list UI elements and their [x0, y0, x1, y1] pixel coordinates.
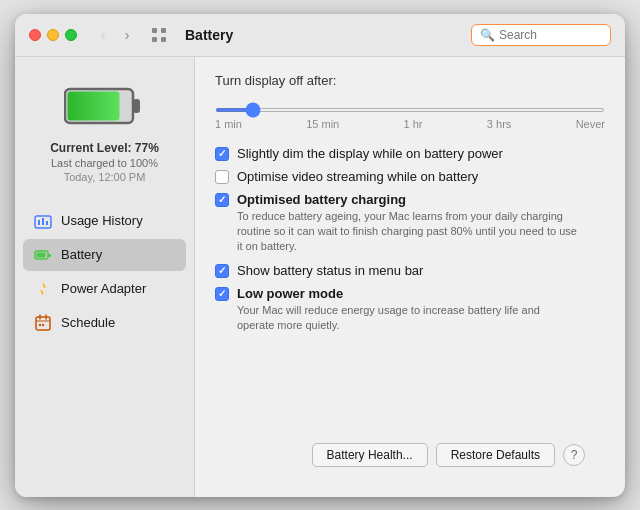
- option-label-charging: Optimised battery charging: [237, 192, 577, 207]
- slider-mark-never: Never: [576, 118, 605, 130]
- svg-rect-5: [133, 99, 140, 113]
- svg-point-20: [42, 323, 44, 325]
- option-text-video: Optimise video streaming while on batter…: [237, 169, 478, 184]
- slider-section: Turn display off after: 1 min 15 min 1 h…: [215, 73, 605, 130]
- option-label-video: Optimise video streaming while on batter…: [237, 169, 478, 184]
- search-box[interactable]: 🔍: [471, 24, 611, 46]
- sidebar-item-label: Usage History: [61, 213, 143, 228]
- svg-rect-13: [37, 252, 46, 257]
- maximize-button[interactable]: [65, 29, 77, 41]
- svg-rect-3: [161, 37, 166, 42]
- sidebar-item-label: Battery: [61, 247, 102, 262]
- battery-icon: [64, 85, 142, 127]
- battery-nav-icon: [33, 245, 53, 265]
- options-list: Slightly dim the display while on batter…: [215, 146, 605, 334]
- slider-mark-1min: 1 min: [215, 118, 242, 130]
- battery-health-button[interactable]: Battery Health...: [312, 443, 428, 467]
- search-icon: 🔍: [480, 28, 495, 42]
- slider-label: Turn display off after:: [215, 73, 605, 88]
- svg-rect-15: [36, 317, 50, 330]
- slider-labels: 1 min 15 min 1 hr 3 hrs Never: [215, 118, 605, 130]
- sidebar-nav: Usage History Battery: [15, 205, 194, 341]
- checkbox-video-streaming[interactable]: [215, 170, 229, 184]
- slider-mark-3hrs: 3 hrs: [487, 118, 511, 130]
- checkbox-low-power[interactable]: [215, 287, 229, 301]
- option-low-power: Low power mode Your Mac will reduce ener…: [215, 286, 605, 334]
- option-text-low-power: Low power mode Your Mac will reduce ener…: [237, 286, 577, 334]
- option-text-charging: Optimised battery charging To reduce bat…: [237, 192, 577, 255]
- schedule-icon: [33, 313, 53, 333]
- sidebar-item-power-adapter[interactable]: Power Adapter: [23, 273, 186, 305]
- sidebar-item-label: Power Adapter: [61, 281, 146, 296]
- checkbox-optimised-charging[interactable]: [215, 193, 229, 207]
- search-input[interactable]: [499, 28, 602, 42]
- battery-charged-text: Last charged to 100%: [51, 157, 158, 169]
- svg-rect-8: [38, 220, 40, 225]
- option-text-menu: Show battery status in menu bar: [237, 263, 423, 278]
- svg-rect-10: [46, 221, 48, 225]
- sidebar-item-label: Schedule: [61, 315, 115, 330]
- battery-display: Current Level: 77% Last charged to 100% …: [40, 69, 169, 193]
- svg-rect-6: [68, 91, 120, 120]
- battery-icon-wrap: [64, 85, 144, 131]
- svg-rect-9: [42, 218, 44, 225]
- svg-point-19: [39, 323, 41, 325]
- option-video-streaming: Optimise video streaming while on batter…: [215, 169, 605, 184]
- main-content: Current Level: 77% Last charged to 100% …: [15, 57, 625, 497]
- grid-icon[interactable]: [149, 25, 169, 45]
- option-menu-bar: Show battery status in menu bar: [215, 263, 605, 278]
- close-button[interactable]: [29, 29, 41, 41]
- option-label-low-power: Low power mode: [237, 286, 577, 301]
- forward-arrow[interactable]: ›: [117, 25, 137, 45]
- nav-arrows: ‹ ›: [93, 25, 137, 45]
- option-optimised-charging: Optimised battery charging To reduce bat…: [215, 192, 605, 255]
- sidebar-item-battery[interactable]: Battery: [23, 239, 186, 271]
- sidebar-item-schedule[interactable]: Schedule: [23, 307, 186, 339]
- option-dim-display: Slightly dim the display while on batter…: [215, 146, 605, 161]
- window-title: Battery: [185, 27, 463, 43]
- usage-history-icon: [33, 211, 53, 231]
- battery-level-text: Current Level: 77%: [50, 141, 159, 155]
- option-desc-charging: To reduce battery ageing, your Mac learn…: [237, 209, 577, 255]
- option-text-dim: Slightly dim the display while on batter…: [237, 146, 503, 161]
- sidebar: Current Level: 77% Last charged to 100% …: [15, 57, 195, 497]
- option-desc-low-power: Your Mac will reduce energy usage to inc…: [237, 303, 577, 334]
- restore-defaults-button[interactable]: Restore Defaults: [436, 443, 555, 467]
- svg-rect-2: [152, 37, 157, 42]
- traffic-lights: [29, 29, 77, 41]
- sidebar-item-usage-history[interactable]: Usage History: [23, 205, 186, 237]
- option-label-dim: Slightly dim the display while on batter…: [237, 146, 503, 161]
- option-label-menu: Show battery status in menu bar: [237, 263, 423, 278]
- battery-date-text: Today, 12:00 PM: [64, 171, 146, 183]
- minimize-button[interactable]: [47, 29, 59, 41]
- settings-window: ‹ › Battery 🔍: [15, 14, 625, 497]
- svg-rect-0: [152, 28, 157, 33]
- svg-rect-1: [161, 28, 166, 33]
- titlebar: ‹ › Battery 🔍: [15, 14, 625, 57]
- display-off-slider[interactable]: [215, 108, 605, 112]
- slider-mark-15min: 15 min: [306, 118, 339, 130]
- svg-rect-12: [48, 254, 51, 257]
- back-arrow[interactable]: ‹: [93, 25, 113, 45]
- checkbox-menu-bar[interactable]: [215, 264, 229, 278]
- checkbox-dim-display[interactable]: [215, 147, 229, 161]
- content-panel: Turn display off after: 1 min 15 min 1 h…: [195, 57, 625, 497]
- power-adapter-icon: [33, 279, 53, 299]
- svg-marker-14: [40, 282, 46, 296]
- bottom-bar: Battery Health... Restore Defaults ?: [215, 433, 605, 481]
- help-button[interactable]: ?: [563, 444, 585, 466]
- slider-mark-1hr: 1 hr: [404, 118, 423, 130]
